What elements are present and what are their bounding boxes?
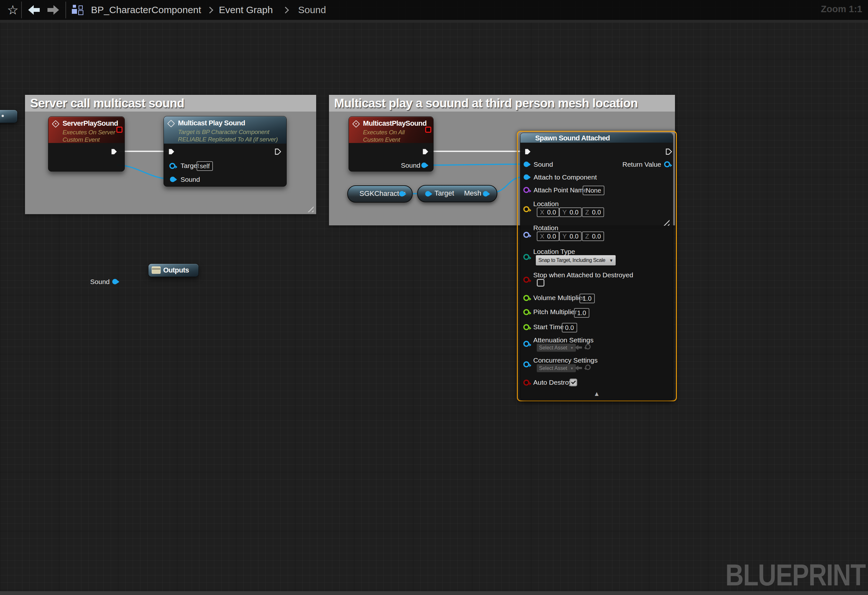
rotation-y-field[interactable]: Y0.0	[559, 232, 582, 241]
separator	[65, 1, 66, 18]
pitch-multiplier-pin[interactable]	[523, 309, 529, 315]
offscreen-collapsed-node[interactable]	[0, 110, 18, 123]
attenuation-select-asset[interactable]: Select Asset ▼	[537, 344, 576, 352]
node-multicast-play-sound-call[interactable]: Multicast Play Sound Target is BP Charac…	[164, 116, 287, 187]
concurrency-select-asset[interactable]: Select Asset ▼	[537, 364, 576, 372]
node-header[interactable]: Spawn Sound Attached	[520, 133, 673, 143]
browse-asset-icon[interactable]	[585, 344, 590, 350]
favorite-star-icon[interactable]: ☆	[7, 0, 19, 20]
select-asset-label: Select Asset	[539, 365, 567, 371]
start-time-pin[interactable]	[523, 324, 529, 330]
collapse-arrow-icon[interactable]: ▲	[593, 390, 600, 397]
node-multicast-play-sound-event[interactable]: MulticastPlaySound Executes On All Custo…	[348, 117, 434, 171]
location-x-field[interactable]: X0.0	[537, 207, 559, 217]
replication-badge	[117, 127, 123, 133]
comment-header[interactable]: Server call multicast sound	[25, 95, 316, 112]
sound-out-pin[interactable]	[421, 162, 427, 168]
node-server-play-sound[interactable]: ServerPlaySound Executes On Server Custo…	[48, 117, 125, 171]
node-subtitle: RELIABLE Replicated To All (if server)	[178, 136, 278, 143]
mesh-out-pin[interactable]	[483, 191, 489, 196]
node-spawn-sound-attached[interactable]: Spawn Sound Attached Sound Return Value …	[520, 133, 673, 400]
pin-label-sound: Sound	[534, 159, 553, 169]
back-arrow-icon[interactable]	[28, 5, 40, 15]
sgk-out-pin[interactable]	[399, 191, 404, 196]
breadcrumb-sound[interactable]: Sound	[298, 4, 326, 15]
use-selected-icon[interactable]	[575, 365, 582, 371]
pin-label-sound: Sound	[180, 175, 200, 185]
location-type-dropdown[interactable]: Snap to Target, Including Scale ▼	[536, 255, 616, 266]
node-dot	[1, 115, 4, 117]
comment-header[interactable]: Multicast play a souund at third person …	[329, 95, 675, 112]
graph-toolbar: ☆ BP_CharacterComponent Event Graph Soun…	[0, 0, 868, 20]
node-title: Multicast Play Sound	[178, 119, 245, 127]
node-outputs-collapsed[interactable]: Outputs	[148, 264, 199, 277]
chevron-down-icon: ▼	[609, 258, 613, 263]
axis-value: 0.0	[592, 209, 601, 216]
rotation-pin[interactable]	[523, 232, 529, 238]
axis-value: 0.0	[547, 233, 556, 240]
attach-point-name-value[interactable]: None	[583, 186, 604, 195]
event-call-icon	[167, 120, 175, 127]
target-in-pin[interactable]	[425, 191, 431, 196]
auto-destroy-pin[interactable]	[523, 379, 529, 386]
node-subtitle: Custom Event	[363, 136, 400, 143]
node-subtitle: Target is BP Character Component	[178, 128, 269, 136]
chevron-down-icon: ▼	[570, 366, 574, 370]
sound-in-pin[interactable]	[170, 177, 176, 182]
blueprint-class-icon	[72, 5, 83, 15]
auto-destroy-checkbox[interactable]	[570, 379, 577, 386]
exec-out-pin[interactable]	[665, 148, 672, 155]
forward-arrow-icon[interactable]	[47, 5, 59, 15]
pin-label-sound: Sound	[401, 161, 421, 170]
axis-label: Z	[585, 233, 589, 240]
breadcrumb-blueprint[interactable]: BP_CharacterComponent	[91, 4, 201, 15]
node-get-mesh[interactable]: Target Mesh	[417, 185, 497, 202]
browse-asset-icon[interactable]	[585, 365, 590, 370]
sound-out-pin[interactable]	[112, 279, 118, 284]
volume-multiplier-field[interactable]: 1.0	[579, 294, 595, 303]
breadcrumb-event-graph[interactable]: Event Graph	[219, 4, 273, 15]
attach-point-name-pin[interactable]	[523, 187, 529, 193]
node-header[interactable]: Multicast Play Sound Target is BP Charac…	[164, 117, 286, 144]
node-title: MulticastPlaySound	[363, 119, 427, 128]
node-header[interactable]: ServerPlaySound Executes On Server Custo…	[49, 117, 124, 143]
graph-canvas[interactable]: BLUEPRINT Server call multicast sound Mu…	[0, 0, 868, 595]
pin-label-return-value: Return Value	[622, 159, 661, 169]
pin-label-auto-destroy: Auto Destroy	[533, 378, 572, 387]
stop-when-attached-checkbox[interactable]	[537, 279, 545, 286]
exec-in-pin[interactable]	[524, 148, 531, 155]
attach-to-component-pin[interactable]	[524, 174, 529, 180]
attenuation-settings-pin[interactable]	[523, 341, 529, 347]
use-selected-icon[interactable]	[575, 345, 582, 350]
exec-out-pin[interactable]	[422, 148, 429, 155]
rotation-z-field[interactable]: Z0.0	[582, 232, 604, 241]
location-y-field[interactable]: Y0.0	[559, 207, 582, 217]
node-sgk-character-getter[interactable]: SGKCharacter	[347, 185, 413, 202]
pitch-multiplier-field[interactable]: 1.0	[574, 308, 589, 318]
pin-label-attach-to-component: Attach to Component	[534, 173, 597, 182]
axis-label: Y	[562, 209, 567, 216]
exec-out-pin[interactable]	[111, 148, 118, 155]
start-time-field[interactable]: 0.0	[562, 323, 577, 332]
rotation-x-field[interactable]: X0.0	[537, 232, 559, 241]
target-in-pin[interactable]	[169, 163, 176, 169]
exec-out-pin[interactable]	[275, 148, 282, 155]
replication-badge	[425, 127, 431, 133]
location-pin[interactable]	[523, 206, 529, 212]
target-value-box[interactable]: self	[196, 161, 213, 171]
exec-in-pin[interactable]	[168, 148, 175, 155]
location-type-pin[interactable]	[523, 254, 529, 260]
chevron-down-icon: ▼	[570, 346, 574, 350]
sound-in-pin[interactable]	[524, 162, 529, 167]
node-header[interactable]: MulticastPlaySound Executes On All Custo…	[349, 117, 433, 143]
location-z-field[interactable]: Z0.0	[582, 207, 604, 217]
comment-resize-grip[interactable]	[306, 205, 314, 212]
stop-when-attached-pin[interactable]	[523, 277, 529, 283]
return-value-pin[interactable]	[664, 161, 670, 167]
node-subtitle: Executes On All	[363, 129, 404, 136]
concurrency-settings-pin[interactable]	[523, 361, 529, 368]
node-subtitle: Executes On Server	[62, 129, 115, 136]
pin-label-concurrency-settings: Concurrency Settings	[533, 356, 598, 365]
pin-label-pitch-multiplier: Pitch Multiplier	[533, 307, 577, 317]
volume-multiplier-pin[interactable]	[523, 295, 529, 301]
